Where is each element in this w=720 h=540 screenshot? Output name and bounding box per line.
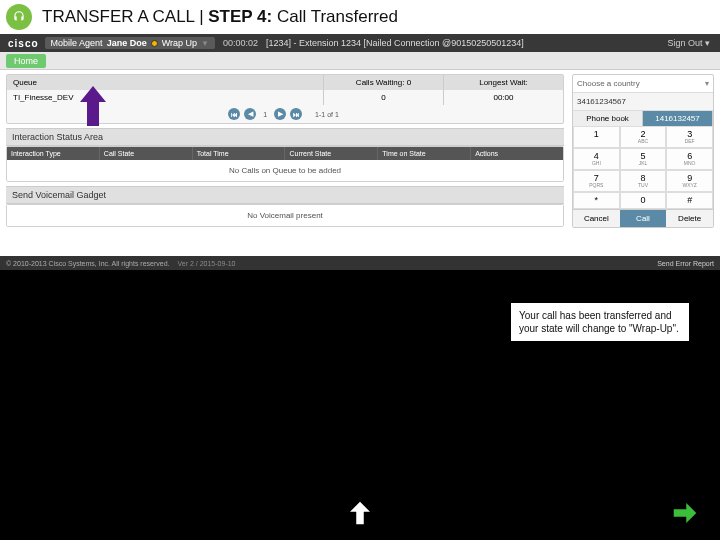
slide-title: TRANSFER A CALL | STEP 4: Call Transferr… (42, 7, 398, 27)
dial-actions: Cancel Call Delete (573, 209, 713, 227)
agent-status: Wrap Up (162, 38, 197, 48)
col-5: Actions (471, 147, 563, 160)
footer-version: Ver 2 / 2015-09-10 (178, 260, 236, 267)
delete-button[interactable]: Delete (666, 209, 713, 227)
pager-last[interactable]: ⏭ (290, 108, 302, 120)
keypad: 1 2ABC 3DEF 4GHI 5JKL 6MNO 7PQRS 8TUV 9W… (573, 126, 713, 209)
col-4: Time on State (378, 147, 471, 160)
status-area-title: Interaction Status Area (6, 128, 564, 146)
pager-first[interactable]: ⏮ (228, 108, 240, 120)
col-calls: Calls Waiting: 0 (323, 75, 443, 90)
sign-out-link[interactable]: Sign Out ▾ (667, 38, 710, 48)
key-0[interactable]: 0 (620, 192, 667, 209)
country-placeholder: Choose a country (577, 79, 640, 88)
key-4[interactable]: 4GHI (573, 148, 620, 170)
finesse-app: cisco Mobile Agent Jane Doe Wrap Up ▼ 00… (0, 34, 720, 270)
key-2[interactable]: 2ABC (620, 126, 667, 148)
nav-next-button[interactable] (670, 498, 700, 528)
queue-wait: 00:00 (443, 90, 563, 105)
main-area: Queue Calls Waiting: 0 Longest Wait: TI_… (0, 70, 720, 256)
agent-timer: 00:00:02 (223, 38, 258, 48)
nav-up-button[interactable] (345, 498, 375, 528)
key-7[interactable]: 7PQRS (573, 170, 620, 192)
cancel-button[interactable]: Cancel (573, 209, 620, 227)
chevron-down-icon: ▼ (201, 39, 209, 48)
dialer-widget: Choose a country ▾ 34161234567 Phone boo… (572, 74, 714, 228)
call-button[interactable]: Call (620, 209, 667, 227)
pager-next[interactable]: ▶ (274, 108, 286, 120)
col-2: Total Time (193, 147, 286, 160)
agent-name: Jane Doe (107, 38, 147, 48)
key-3[interactable]: 3DEF (666, 126, 713, 148)
top-bar: cisco Mobile Agent Jane Doe Wrap Up ▼ 00… (0, 34, 720, 52)
agent-label: Mobile Agent (51, 38, 103, 48)
key-5[interactable]: 5JKL (620, 148, 667, 170)
slide: TRANSFER A CALL | STEP 4: Call Transferr… (0, 0, 720, 540)
pager-page: 1 (260, 108, 270, 120)
col-wait: Longest Wait: (443, 75, 563, 90)
key-6[interactable]: 6MNO (666, 148, 713, 170)
slide-title-bar: TRANSFER A CALL | STEP 4: Call Transferr… (0, 0, 720, 34)
key-1[interactable]: 1 (573, 126, 620, 148)
agent-status-chip[interactable]: Mobile Agent Jane Doe Wrap Up ▼ (45, 37, 215, 49)
col-1: Call State (100, 147, 193, 160)
nav-bar: Home (0, 52, 720, 70)
app-footer: © 2010-2013 Cisco Systems, Inc. All righ… (0, 256, 720, 270)
send-error-report-link[interactable]: Send Error Report (657, 260, 714, 267)
headset-icon (6, 4, 32, 30)
right-column: Choose a country ▾ 34161234567 Phone boo… (570, 70, 720, 256)
status-panel: Interaction Type Call State Total Time C… (6, 146, 564, 182)
voicemail-panel: No Voicemail present (6, 204, 564, 227)
key-star[interactable]: * (573, 192, 620, 209)
status-dot-icon (151, 40, 158, 47)
col-3: Current State (285, 147, 378, 160)
tab-home[interactable]: Home (6, 54, 46, 68)
dialer-tabs: Phone book 1416132457 (573, 111, 713, 126)
col-queue: Queue (7, 75, 323, 90)
voicemail-empty: No Voicemail present (7, 205, 563, 226)
chevron-down-icon: ▾ (705, 79, 709, 88)
queue-name: TI_Finesse_DEV (7, 90, 323, 105)
pager-prev[interactable]: ◀ (244, 108, 256, 120)
title-prefix: TRANSFER A CALL | (42, 7, 208, 26)
tab-phonebook[interactable]: Phone book (573, 111, 643, 126)
number-input[interactable]: 34161234567 (573, 93, 713, 111)
extension-info: [1234] - Extension 1234 [Nailed Connecti… (266, 38, 524, 48)
footer-copyright: © 2010-2013 Cisco Systems, Inc. All righ… (6, 260, 170, 267)
key-8[interactable]: 8TUV (620, 170, 667, 192)
key-hash[interactable]: # (666, 192, 713, 209)
country-select[interactable]: Choose a country ▾ (573, 75, 713, 93)
status-empty: No Calls on Queue to be added (7, 160, 563, 181)
queue-calls: 0 (323, 90, 443, 105)
tab-keypad[interactable]: 1416132457 (643, 111, 713, 126)
highlight-arrow-icon (80, 86, 106, 126)
col-0: Interaction Type (7, 147, 100, 160)
pager-info: 1-1 of 1 (312, 108, 342, 120)
cisco-logo: cisco (8, 38, 39, 49)
title-suffix: Call Transferred (272, 7, 398, 26)
voicemail-title: Send Voicemail Gadget (6, 186, 564, 204)
title-step: STEP 4: (208, 7, 272, 26)
status-grid-header: Interaction Type Call State Total Time C… (7, 147, 563, 160)
key-9[interactable]: 9WXYZ (666, 170, 713, 192)
callout-box: Your call has been transferred and your … (510, 302, 690, 342)
